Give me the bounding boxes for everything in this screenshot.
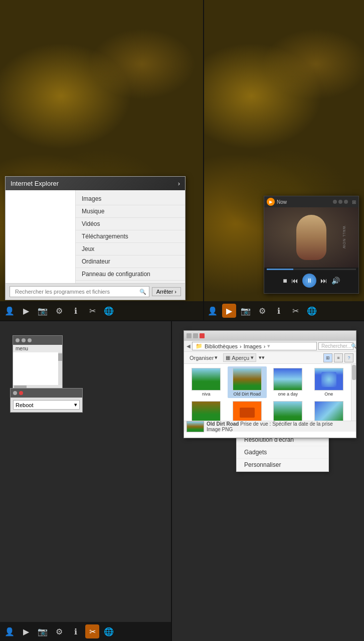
ctx-personnaliser-label: Personnaliser bbox=[244, 461, 281, 468]
taskbar-icon-camera[interactable]: 📷 bbox=[36, 304, 50, 318]
menu-item-telechargements[interactable]: Téléchargements bbox=[76, 230, 185, 243]
taskbar-icon-user[interactable]: 👤 bbox=[3, 304, 17, 318]
file-explorer[interactable]: ◀ 📁 Bibliothèques › Images › ▾ Recherche… bbox=[184, 330, 356, 438]
small-window-content bbox=[13, 352, 62, 385]
media-player[interactable]: ▶ Now ⊞ WALL NOW ■ ⏮ ⏸ ⏭ 🔊 bbox=[264, 196, 359, 294]
fe-view-grid-btn[interactable]: ⊞ bbox=[323, 353, 332, 362]
menu-item-videos[interactable]: Vidéos bbox=[76, 218, 185, 230]
win-maximize-btn[interactable] bbox=[22, 338, 26, 342]
small-window-scrollbar[interactable] bbox=[58, 352, 62, 385]
arreter-button[interactable]: Arrêter › bbox=[152, 287, 181, 296]
mp-minimize-btn[interactable] bbox=[333, 200, 337, 204]
media-player-window-controls: ⊞ bbox=[333, 199, 356, 205]
win-minimize-btn[interactable] bbox=[16, 338, 20, 342]
media-side-label: WALL NOW bbox=[343, 226, 346, 249]
fe-close-btn[interactable] bbox=[200, 333, 205, 338]
media-prev-btn[interactable]: ⏮ bbox=[291, 277, 298, 285]
taskbar-icon-play-bl[interactable]: ▶ bbox=[19, 624, 33, 638]
reboot-window[interactable]: Reboot ▾ bbox=[10, 388, 83, 413]
start-menu-header: Internet Explorer › bbox=[6, 177, 185, 190]
taskbar-icon-info[interactable]: ℹ bbox=[69, 304, 83, 318]
fe-help-btn[interactable]: ? bbox=[344, 353, 353, 362]
media-player-logo: ▶ bbox=[267, 198, 275, 206]
media-next-btn[interactable]: ⏭ bbox=[320, 277, 327, 285]
taskbar-icon-play[interactable]: ▶ bbox=[19, 304, 33, 318]
fe-search-placeholder: Rechercher... bbox=[321, 343, 351, 349]
fe-scrollbar[interactable] bbox=[351, 364, 356, 421]
win-close-btn[interactable] bbox=[28, 338, 32, 342]
taskbar-icon-info-tr[interactable]: ℹ bbox=[272, 304, 286, 318]
taskbar-top-left: 👤 ▶ 📷 ⚙ ℹ ✂ 🌐 bbox=[0, 301, 203, 320]
menu-item-panneau[interactable]: Panneau de configuration bbox=[76, 268, 185, 281]
fe-view-list-btn[interactable]: ≡ bbox=[334, 353, 343, 362]
fe-search-icon: 🔍 bbox=[351, 343, 357, 349]
fe-minimize-btn[interactable] bbox=[187, 333, 192, 338]
taskbar-icon-info-bl[interactable]: ℹ bbox=[69, 624, 83, 638]
menu-item-musique[interactable]: Musique bbox=[76, 205, 185, 218]
fe-item-peace[interactable]: peace bbox=[268, 400, 308, 421]
taskbar-icon-scissors-bl[interactable]: ✂ bbox=[85, 624, 99, 638]
mp-maximize-btn[interactable] bbox=[338, 200, 342, 204]
fe-item-orange[interactable]: orange bbox=[228, 400, 267, 421]
fe-label-dirtroad: Old Dirt Road bbox=[233, 392, 261, 397]
fe-search-box[interactable]: Rechercher... 🔍 bbox=[318, 342, 353, 350]
fe-organiser-btn[interactable]: Organiser ▾ bbox=[187, 354, 221, 361]
fe-breadcrumb-libraries[interactable]: Bibliothèques bbox=[205, 343, 238, 349]
menu-item-images[interactable]: Images bbox=[76, 193, 185, 205]
fe-item-oneaday[interactable]: one a day bbox=[268, 366, 308, 398]
taskbar-icon-user-tr[interactable]: 👤 bbox=[206, 304, 220, 318]
fe-item-perserve[interactable]: Perserve bbox=[309, 400, 349, 421]
fe-maximize-btn[interactable] bbox=[193, 333, 198, 338]
menu-item-ordinateur[interactable]: Ordinateur bbox=[76, 255, 185, 268]
menu-item-jeux[interactable]: Jeux bbox=[76, 243, 185, 255]
taskbar-icon-scissors[interactable]: ✂ bbox=[85, 304, 99, 318]
start-menu-right-panel: Images Musique Vidéos Téléchargements Je… bbox=[76, 190, 185, 283]
fe-breadcrumb: 📁 Bibliothèques › Images › ▾ bbox=[192, 342, 317, 350]
fe-extra-btn[interactable]: ▾▾ bbox=[259, 354, 265, 361]
taskbar-icon-user-bl[interactable]: 👤 bbox=[3, 624, 17, 638]
media-now-label: Now bbox=[277, 199, 287, 205]
taskbar-icon-gear-tr[interactable]: ⚙ bbox=[255, 304, 269, 318]
taskbar-icon-gear-bl[interactable]: ⚙ bbox=[52, 624, 66, 638]
taskbar-icon-camera-bl[interactable]: 📷 bbox=[36, 624, 50, 638]
fe-addressbar: ◀ 📁 Bibliothèques › Images › ▾ Recherche… bbox=[184, 341, 356, 352]
fe-back-icon[interactable]: ◀ bbox=[187, 343, 191, 349]
media-stop-btn[interactable]: ■ bbox=[283, 277, 287, 285]
small-app-window[interactable]: menu bbox=[13, 335, 63, 390]
reboot-option-label: Reboot bbox=[16, 402, 33, 408]
fe-apercu-label: Aperçu bbox=[232, 355, 249, 361]
fe-item-dirtroad[interactable]: Old Dirt Road bbox=[228, 366, 267, 398]
fe-item-onreturning[interactable]: Onreturning bbox=[187, 400, 226, 421]
media-volume-btn[interactable]: 🔊 bbox=[331, 277, 340, 285]
ctx-item-gadgets[interactable]: Gadgets bbox=[237, 446, 328, 459]
ctx-item-personnaliser[interactable]: Personnaliser bbox=[237, 459, 328, 471]
taskbar-icon-gear[interactable]: ⚙ bbox=[52, 304, 66, 318]
taskbar-icon-scissors-tr[interactable]: ✂ bbox=[288, 304, 302, 318]
media-play-btn[interactable]: ⏸ bbox=[302, 274, 316, 288]
search-icon: 🔍 bbox=[139, 289, 146, 295]
start-search-input[interactable] bbox=[13, 288, 137, 296]
taskbar-icon-globe-bl[interactable]: 🌐 bbox=[102, 624, 116, 638]
fe-status-desc: Prise de vue : Spécifier la date de la p… bbox=[240, 421, 333, 427]
media-controls: ■ ⏮ ⏸ ⏭ 🔊 bbox=[264, 271, 358, 290]
reboot-minimize-btn[interactable] bbox=[13, 391, 17, 395]
media-progress-bar[interactable] bbox=[267, 269, 356, 270]
mp-grid-icon[interactable]: ⊞ bbox=[352, 199, 356, 205]
start-menu-body: Images Musique Vidéos Téléchargements Je… bbox=[6, 190, 185, 283]
fe-status-name: Old Dirt Road bbox=[207, 421, 239, 427]
reboot-close-btn[interactable] bbox=[19, 391, 23, 395]
taskbar-icon-camera-tr[interactable]: 📷 bbox=[239, 304, 253, 318]
taskbar-icon-play-tr[interactable]: ▶ bbox=[222, 304, 236, 318]
taskbar-icon-globe[interactable]: 🌐 bbox=[102, 304, 116, 318]
fe-apercu-btn[interactable]: ▦ Aperçu ▾ bbox=[223, 353, 256, 362]
start-menu-left-panel bbox=[6, 190, 76, 283]
start-menu: Internet Explorer › Images Musique Vidéo… bbox=[5, 176, 186, 300]
small-window-titlebar bbox=[13, 336, 62, 345]
taskbar-icon-globe-tr[interactable]: 🌐 bbox=[305, 304, 319, 318]
fe-item-niva[interactable]: niva bbox=[187, 366, 226, 398]
reboot-select[interactable]: Reboot ▾ bbox=[13, 400, 80, 410]
fe-label-oneaday: one a day bbox=[278, 392, 298, 397]
mp-close-btn[interactable] bbox=[344, 200, 348, 204]
fe-item-one[interactable]: One bbox=[309, 366, 349, 398]
fe-breadcrumb-images[interactable]: Images bbox=[244, 343, 262, 349]
